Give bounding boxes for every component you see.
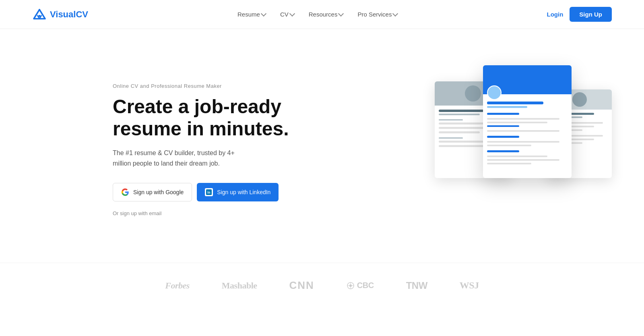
logo[interactable]: VisualCV	[32, 9, 88, 20]
chevron-down-icon	[289, 11, 295, 17]
chevron-down-icon	[392, 11, 398, 17]
hero-section: Online CV and Professional Resume Maker …	[0, 29, 644, 263]
logo-cnn: CNN	[289, 279, 314, 292]
nav-links: Resume CV Resources Pro Services	[237, 11, 397, 18]
signup-button[interactable]: Sign Up	[570, 7, 612, 22]
login-button[interactable]: Login	[547, 11, 563, 18]
logo-forbes: Forbes	[165, 280, 190, 291]
or-email-link[interactable]: Or sign up with email	[113, 210, 161, 216]
signup-google-button[interactable]: Sign up with Google	[113, 183, 192, 201]
signup-buttons: Sign up with Google Sign up with LinkedI…	[113, 183, 289, 201]
hero-description: The #1 resume & CV builder, trusted by 4…	[113, 148, 289, 168]
logo-mashable: Mashable	[222, 280, 257, 291]
cbc-icon	[347, 282, 355, 290]
nav-cv[interactable]: CV	[280, 11, 294, 18]
hero-content: Online CV and Professional Resume Maker …	[113, 83, 289, 217]
navbar: VisualCV Resume CV Resources Pro Service…	[0, 0, 644, 29]
hero-resume-preview	[435, 65, 612, 234]
hero-subtitle: Online CV and Professional Resume Maker	[113, 83, 289, 89]
hero-title: Create a job-ready resume in minutes.	[113, 95, 289, 140]
logo-text: VisualCV	[50, 9, 88, 20]
resume-preview-card-2	[483, 65, 572, 178]
logo-wsj: WSJ	[460, 280, 479, 291]
nav-actions: Login Sign Up	[547, 7, 612, 22]
chevron-down-icon	[261, 11, 266, 17]
nav-pro-services[interactable]: Pro Services	[357, 11, 397, 18]
press-logos: Forbes Mashable CNN CBC TNW WSJ	[0, 263, 644, 308]
linkedin-icon	[205, 188, 213, 196]
nav-resources[interactable]: Resources	[309, 11, 343, 18]
logo-tnw: TNW	[406, 280, 427, 291]
chevron-down-icon	[338, 11, 344, 17]
svg-point-0	[38, 15, 40, 17]
signup-linkedin-button[interactable]: Sign up with LinkedIn	[197, 183, 279, 201]
nav-resume[interactable]: Resume	[237, 11, 266, 18]
google-icon	[121, 188, 129, 196]
logo-cbc: CBC	[347, 281, 374, 290]
logo-icon	[32, 9, 47, 20]
